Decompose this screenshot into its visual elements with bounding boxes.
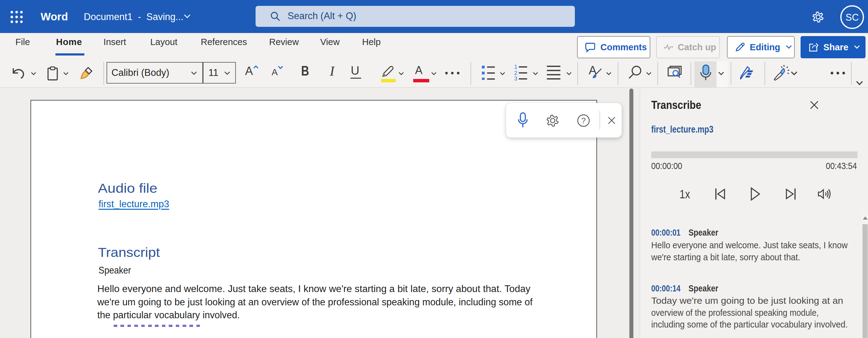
svg-text:2: 2 [514,70,517,76]
svg-text:3: 3 [514,76,517,81]
svg-text:1: 1 [514,64,517,70]
svg-text:?: ? [581,116,586,125]
